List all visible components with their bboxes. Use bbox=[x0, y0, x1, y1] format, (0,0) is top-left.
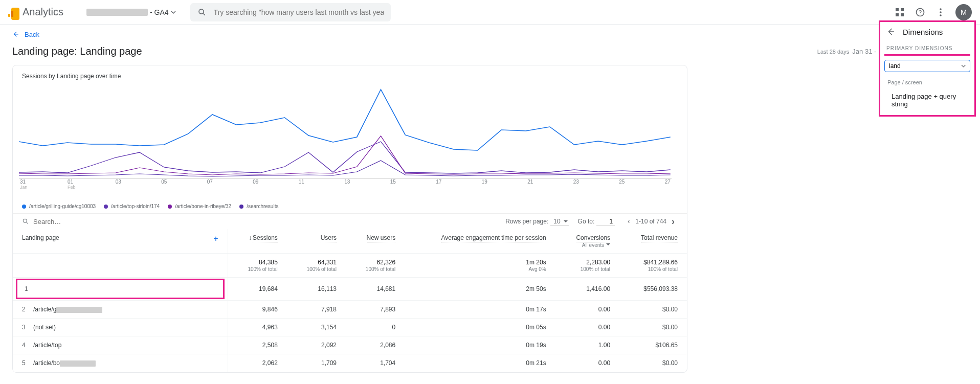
x-tick: 23 bbox=[573, 179, 579, 190]
page-title: Landing page: Landing page bbox=[12, 46, 142, 57]
th-new-users[interactable]: New users bbox=[346, 229, 405, 254]
analytics-logo bbox=[8, 8, 17, 17]
table-controls: Rows per page: 10 Go to: ‹ 1-10 of 744 › bbox=[13, 213, 687, 229]
sort-down-icon: ↓ bbox=[249, 234, 252, 241]
search-icon bbox=[22, 218, 29, 225]
help-icon[interactable]: ? bbox=[915, 7, 926, 18]
svg-point-9 bbox=[940, 11, 942, 13]
svg-point-10 bbox=[940, 14, 942, 16]
page-range: 1-10 of 744 bbox=[635, 218, 666, 225]
product-name: Analytics bbox=[23, 6, 63, 18]
apps-icon[interactable] bbox=[894, 7, 905, 18]
more-icon[interactable] bbox=[935, 7, 946, 18]
panel-section-label: Primary dimensions bbox=[880, 41, 974, 52]
report-card: Sessions by Landing page over time 1.5K … bbox=[12, 65, 687, 373]
table-row[interactable]: 4/article/top2,5082,0922,0860m 19s1.00$1… bbox=[13, 336, 687, 354]
go-to-input[interactable] bbox=[596, 218, 615, 225]
redacted-property bbox=[86, 9, 148, 16]
x-tick: 05 bbox=[161, 179, 167, 190]
highlight-bar bbox=[884, 54, 970, 56]
x-tick: 25 bbox=[619, 179, 625, 190]
x-tick: 03 bbox=[116, 179, 121, 190]
go-to[interactable]: Go to: bbox=[578, 218, 615, 225]
rows-per-page[interactable]: Rows per page: 10 bbox=[505, 217, 568, 226]
x-tick: 01Feb bbox=[68, 179, 76, 190]
svg-rect-3 bbox=[901, 8, 904, 11]
x-tick: 27 bbox=[665, 179, 671, 190]
x-tick: 19 bbox=[482, 179, 487, 190]
dimension-search[interactable] bbox=[884, 60, 970, 72]
th-dimension[interactable]: Landing page + bbox=[13, 229, 228, 254]
x-tick: 11 bbox=[299, 179, 304, 190]
sub-row: Back bbox=[0, 27, 980, 42]
chart-svg: 1.5K 1K 500 0 bbox=[19, 87, 672, 179]
th-users[interactable]: Users bbox=[287, 229, 346, 254]
dimension-category: Page / screen bbox=[880, 76, 974, 88]
svg-line-18 bbox=[27, 222, 28, 224]
table-search-input[interactable] bbox=[33, 218, 187, 225]
legend-item[interactable]: /article/bone-in-ribeye/32 bbox=[168, 204, 231, 209]
x-tick: 07 bbox=[207, 179, 213, 190]
add-dimension-icon[interactable]: + bbox=[213, 234, 218, 243]
x-tick: 31Jan bbox=[20, 179, 28, 190]
table-search[interactable] bbox=[22, 218, 496, 225]
search-icon bbox=[197, 8, 207, 17]
chevron-down-icon bbox=[171, 10, 176, 15]
back-link[interactable]: Back bbox=[12, 31, 39, 38]
title-row: Landing page: Landing page Last 28 days … bbox=[0, 42, 980, 65]
svg-rect-2 bbox=[896, 8, 899, 11]
svg-point-8 bbox=[940, 8, 942, 10]
property-selector[interactable]: - GA4 bbox=[86, 8, 176, 16]
x-tick: 15 bbox=[390, 179, 396, 190]
x-tick: 17 bbox=[436, 179, 441, 190]
x-tick: 13 bbox=[344, 179, 350, 190]
arrow-left-icon[interactable] bbox=[886, 27, 896, 36]
th-avg-engagement[interactable]: Average engagement time per session bbox=[405, 229, 555, 254]
chevron-right-icon: › bbox=[669, 217, 678, 226]
page-prev[interactable]: ‹ bbox=[624, 217, 633, 226]
top-icons: ? M bbox=[894, 4, 972, 20]
dimension-option[interactable]: Landing page + query string bbox=[880, 88, 974, 112]
svg-text:?: ? bbox=[919, 9, 922, 15]
dimension-search-input[interactable] bbox=[889, 62, 961, 70]
th-sessions[interactable]: ↓Sessions bbox=[228, 229, 287, 254]
svg-line-1 bbox=[203, 13, 205, 15]
summary-row: 84,385100% of total 64,331100% of total … bbox=[13, 254, 687, 278]
chart-caption: Sessions by Landing page over time bbox=[22, 73, 678, 80]
x-tick: 09 bbox=[253, 179, 258, 190]
chevron-down-icon bbox=[961, 63, 966, 69]
x-axis: 31Jan01Feb03050709111315171921232527 bbox=[19, 179, 672, 190]
arrow-left-icon bbox=[12, 31, 19, 38]
chart-legend: /article/grilling-guide/cg10003/article/… bbox=[13, 199, 687, 213]
dimensions-panel: Dimensions Primary dimensions Page / scr… bbox=[879, 20, 976, 117]
panel-title: Dimensions bbox=[903, 28, 943, 36]
table-row[interactable]: 3(not set)4,9633,15400m 05s0.00$0.00 bbox=[13, 319, 687, 336]
svg-rect-5 bbox=[901, 13, 904, 16]
page-next[interactable]: › bbox=[669, 217, 678, 226]
avatar[interactable]: M bbox=[955, 4, 972, 20]
legend-item[interactable]: /searchresults bbox=[239, 204, 278, 209]
global-search-input[interactable] bbox=[214, 8, 384, 16]
global-search[interactable] bbox=[190, 3, 391, 21]
x-tick: 21 bbox=[527, 179, 533, 190]
th-conversions[interactable]: ConversionsAll events bbox=[555, 229, 619, 254]
chevron-left-icon: ‹ bbox=[624, 217, 633, 226]
top-bar: Analytics - GA4 ? M bbox=[0, 0, 980, 25]
data-table: Landing page + ↓Sessions Users New users… bbox=[13, 229, 687, 372]
table-row[interactable]: 5/article/bo2,0621,7091,7040m 21s0.00$0.… bbox=[13, 354, 687, 372]
divider bbox=[78, 6, 78, 18]
legend-item[interactable]: /article/top-sirloin/174 bbox=[104, 204, 160, 209]
table-row[interactable]: 2/article/g9,8467,9187,8930m 17s0.00$0.0… bbox=[13, 301, 687, 319]
table-row[interactable]: 119,68416,11314,6812m 50s1,416.00$556,09… bbox=[13, 278, 687, 301]
svg-point-0 bbox=[199, 9, 204, 14]
svg-point-17 bbox=[23, 219, 27, 222]
th-revenue[interactable]: Total revenue bbox=[619, 229, 687, 254]
svg-rect-4 bbox=[896, 13, 899, 16]
line-chart: 1.5K 1K 500 0 31Jan01Feb0305070911131517… bbox=[13, 87, 687, 199]
legend-item[interactable]: /article/grilling-guide/cg10003 bbox=[22, 204, 96, 209]
